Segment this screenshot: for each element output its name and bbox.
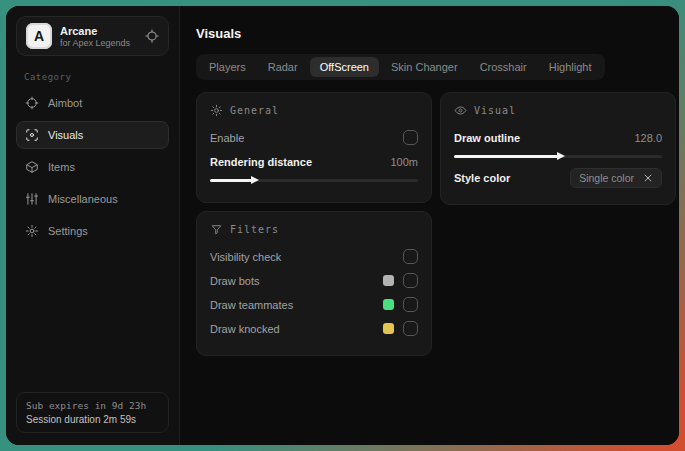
sidebar-item-miscellaneous[interactable]: Miscellaneous: [16, 185, 169, 213]
tab-highlight[interactable]: Highlight: [539, 57, 602, 77]
draw-outline-slider[interactable]: [454, 151, 662, 161]
style-color-select[interactable]: Single color: [570, 168, 662, 188]
draw-teammates-checkbox[interactable]: [403, 297, 418, 312]
draw-outline-value: 128.0: [634, 132, 662, 144]
target-icon[interactable]: [145, 29, 159, 43]
draw-teammates-color-swatch[interactable]: [383, 299, 394, 310]
tab-radar[interactable]: Radar: [258, 57, 308, 77]
draw-knocked-color-swatch[interactable]: [383, 323, 394, 334]
draw-bots-label: Draw bots: [210, 275, 260, 287]
app-subtitle: for Apex Legends: [60, 38, 130, 48]
sub-expires-text: Sub expires in 9d 23h: [26, 400, 159, 411]
draw-knocked-label: Draw knocked: [210, 323, 280, 335]
app-window: A Arcane for Apex Legends Category: [6, 6, 679, 445]
rendering-distance-slider[interactable]: [210, 175, 418, 185]
eye-icon: [454, 104, 467, 117]
slider-thumb[interactable]: [557, 152, 565, 160]
crosshair-icon: [25, 96, 39, 110]
draw-bots-color-swatch[interactable]: [383, 275, 394, 286]
clear-icon[interactable]: [643, 173, 653, 183]
visibility-check-checkbox[interactable]: [403, 249, 418, 264]
draw-outline-label: Draw outline: [454, 132, 520, 144]
visuals-tabstrip: Players Radar OffScreen Skin Changer Cro…: [196, 54, 605, 80]
sidebar-item-label: Items: [48, 161, 75, 173]
app-logo: A: [26, 23, 52, 49]
box-icon: [25, 160, 39, 174]
filters-panel: Filters Visibility check Draw bots: [196, 211, 432, 356]
rendering-distance-label: Rendering distance: [210, 156, 312, 168]
sidebar-item-visuals[interactable]: Visuals: [16, 121, 169, 149]
tab-players[interactable]: Players: [199, 57, 256, 77]
sidebar-item-label: Visuals: [48, 129, 83, 141]
sliders-icon: [25, 192, 39, 206]
panel-title: General: [230, 105, 279, 116]
sidebar-item-items[interactable]: Items: [16, 153, 169, 181]
style-color-value: Single color: [579, 172, 634, 184]
sidebar-item-settings[interactable]: Settings: [16, 217, 169, 245]
draw-teammates-label: Draw teammates: [210, 299, 293, 311]
draw-bots-checkbox[interactable]: [403, 273, 418, 288]
visibility-check-label: Visibility check: [210, 251, 281, 263]
enable-checkbox[interactable]: [403, 130, 418, 145]
draw-knocked-checkbox[interactable]: [403, 321, 418, 336]
panel-title: Visual: [474, 105, 516, 116]
sidebar-item-aimbot[interactable]: Aimbot: [16, 89, 169, 117]
tab-skin-changer[interactable]: Skin Changer: [381, 57, 468, 77]
tab-offscreen[interactable]: OffScreen: [310, 57, 379, 77]
sidebar-item-label: Settings: [48, 225, 88, 237]
app-logo-card: A Arcane for Apex Legends: [16, 16, 169, 56]
scan-eye-icon: [25, 128, 39, 142]
rendering-distance-value: 100m: [390, 156, 418, 168]
sidebar-item-label: Aimbot: [48, 97, 82, 109]
style-color-label: Style color: [454, 172, 510, 184]
category-label: Category: [24, 72, 161, 82]
panel-title: Filters: [230, 224, 279, 235]
enable-label: Enable: [210, 132, 244, 144]
subscription-status-card: Sub expires in 9d 23h Session duration 2…: [16, 392, 169, 433]
sun-icon: [210, 104, 223, 117]
visual-panel: Visual Draw outline 128.0 Style color: [440, 92, 676, 205]
sidebar-nav: Aimbot Visuals Items: [16, 89, 169, 245]
general-panel: General Enable Rendering distance 100m: [196, 92, 432, 203]
page-title: Visuals: [196, 26, 676, 41]
session-duration-text: Session duration 2m 59s: [26, 414, 159, 425]
tab-crosshair[interactable]: Crosshair: [470, 57, 537, 77]
sidebar: A Arcane for Apex Legends Category: [6, 6, 180, 445]
gear-icon: [25, 224, 39, 238]
main-content: Visuals Players Radar OffScreen Skin Cha…: [180, 6, 679, 445]
slider-thumb[interactable]: [251, 176, 259, 184]
sidebar-item-label: Miscellaneous: [48, 193, 118, 205]
app-name: Arcane: [60, 25, 130, 37]
funnel-icon: [210, 223, 223, 236]
